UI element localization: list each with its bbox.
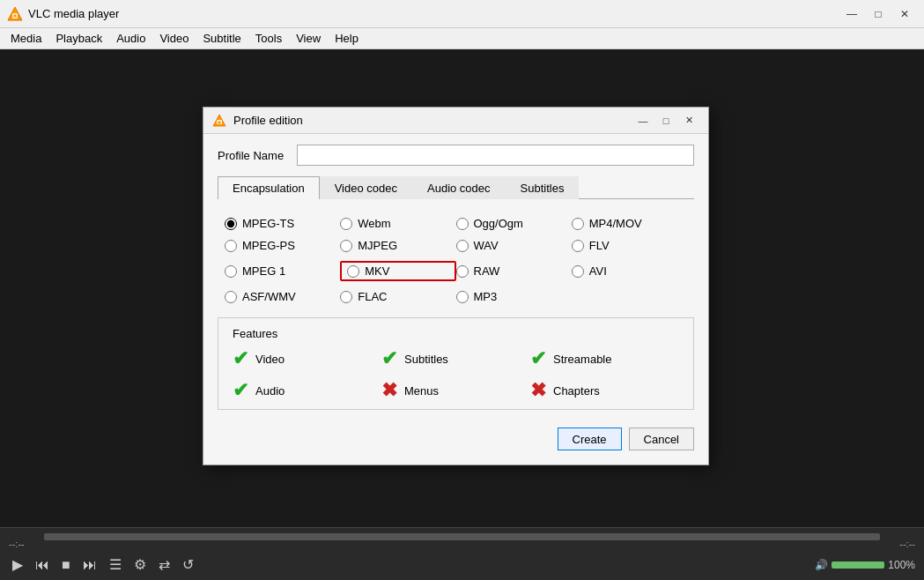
cross-icon-chapters: ✖ (530, 381, 546, 400)
radio-mpeg1[interactable]: MPEG 1 (225, 261, 340, 281)
tab-encapsulation[interactable]: Encapsulation (218, 176, 320, 199)
menu-view[interactable]: View (289, 30, 328, 47)
volume-control: 🔊 100% (815, 559, 915, 571)
toggle-playlist-button[interactable]: ☰ (106, 554, 125, 575)
feature-subtitles-label: Subtitles (404, 353, 448, 366)
radio-wav-input[interactable] (456, 240, 469, 252)
maximize-button[interactable]: □ (866, 4, 891, 24)
dialog-minimize-button[interactable]: — (632, 112, 654, 130)
volume-fill (832, 561, 884, 569)
profile-edition-dialog: Profile edition — □ ✕ Profile Name Encap… (203, 107, 709, 465)
radio-avi-label: AVI (589, 264, 607, 278)
repeat-button[interactable]: ↺ (179, 554, 197, 575)
play-button[interactable]: ▶ (9, 554, 26, 575)
profile-name-input[interactable] (297, 145, 694, 166)
radio-mp3[interactable]: MP3 (456, 290, 572, 303)
volume-bar[interactable] (832, 561, 884, 569)
shuffle-button[interactable]: ⇄ (155, 554, 174, 575)
svg-rect-2 (14, 14, 17, 17)
radio-asfwmv[interactable]: ASF/WMV (225, 290, 340, 303)
cancel-button[interactable]: Cancel (629, 428, 694, 450)
radio-raw-label: RAW (474, 264, 500, 278)
create-button[interactable]: Create (558, 428, 622, 450)
minimize-button[interactable]: — (839, 4, 864, 24)
radio-flac-input[interactable] (340, 291, 352, 303)
feature-audio-label: Audio (255, 384, 285, 398)
radio-flv[interactable]: FLV (572, 239, 687, 252)
vlc-titlebar: VLC media player — □ ✕ (0, 0, 924, 28)
menu-media[interactable]: Media (4, 30, 48, 47)
radio-mkv-input[interactable] (347, 265, 359, 278)
menu-subtitle[interactable]: Subtitle (196, 30, 248, 47)
vlc-main-area: Profile edition — □ ✕ Profile Name Encap… (0, 49, 924, 527)
radio-mpegps[interactable]: MPEG-PS (225, 239, 340, 252)
check-icon-subtitles: ✔ (381, 349, 397, 368)
tab-video-codec[interactable]: Video codec (320, 176, 412, 199)
radio-mjpeg[interactable]: MJPEG (340, 239, 455, 252)
action-row: Create Cancel (218, 424, 694, 454)
radio-ogg-label: Ogg/Ogm (474, 217, 523, 230)
radio-mp3-input[interactable] (456, 291, 469, 303)
radio-mpegts-label: MPEG-TS (242, 217, 294, 230)
radio-mkv-label: MKV (365, 264, 389, 278)
svg-rect-5 (218, 121, 221, 123)
feature-chapters-label: Chapters (553, 384, 600, 398)
volume-icon: 🔊 (815, 559, 828, 571)
radio-asfwmv-label: ASF/WMV (242, 290, 296, 303)
radio-mpegts[interactable]: MPEG-TS (225, 217, 340, 230)
radio-raw-input[interactable] (456, 265, 469, 278)
radio-mp4mov[interactable]: MP4/MOV (572, 217, 687, 230)
dialog-close-button[interactable]: ✕ (678, 112, 699, 130)
radio-avi[interactable]: AVI (572, 261, 687, 281)
menu-audio[interactable]: Audio (109, 30, 152, 47)
radio-wav-label: WAV (474, 239, 499, 252)
tabs-row: Encapsulation Video codec Audio codec Su… (218, 176, 694, 199)
features-grid: ✔ Video ✔ Subtitles ✔ Streamable ✔ Audio (233, 349, 679, 400)
features-section: Features ✔ Video ✔ Subtitles ✔ Streamabl… (218, 317, 694, 410)
radio-mjpeg-input[interactable] (340, 240, 352, 252)
radio-avi-input[interactable] (572, 265, 584, 278)
controls-row: ▶ ⏮ ■ ⏭ ☰ ⚙ ⇄ ↺ 🔊 100% (0, 551, 924, 578)
vlc-bottom-bar: --:-- --:-- ▶ ⏮ ■ ⏭ ☰ ⚙ ⇄ ↺ 🔊 100% (0, 527, 924, 580)
close-button[interactable]: ✕ (892, 4, 917, 24)
feature-video-label: Video (255, 353, 285, 366)
radio-asfwmv-input[interactable] (225, 291, 237, 303)
radio-mpegps-label: MPEG-PS (242, 239, 295, 252)
titlebar-buttons: — □ ✕ (839, 4, 917, 24)
radio-raw[interactable]: RAW (456, 261, 572, 281)
extended-settings-button[interactable]: ⚙ (130, 554, 150, 575)
next-button[interactable]: ⏭ (79, 555, 100, 575)
radio-wav[interactable]: WAV (456, 239, 572, 252)
radio-webm-label: Webm (358, 217, 390, 230)
radio-webm[interactable]: Webm (340, 217, 455, 230)
radio-mpegps-input[interactable] (225, 240, 237, 252)
app-title: VLC media player (28, 7, 839, 20)
tab-subtitles[interactable]: Subtitles (506, 176, 580, 199)
radio-ogg[interactable]: Ogg/Ogm (456, 217, 572, 230)
radio-ogg-input[interactable] (456, 218, 469, 230)
radio-flac[interactable]: FLAC (340, 290, 455, 303)
dialog-vlc-icon (212, 114, 226, 128)
tab-audio-codec[interactable]: Audio codec (412, 176, 506, 199)
radio-webm-input[interactable] (340, 218, 352, 230)
prev-button[interactable]: ⏮ (32, 555, 53, 575)
dialog-maximize-button[interactable]: □ (655, 112, 676, 130)
radio-mpegts-input[interactable] (225, 218, 237, 230)
check-icon-streamable: ✔ (530, 349, 546, 368)
dialog-body: Profile Name Encapsulation Video codec A… (203, 134, 708, 465)
stop-button[interactable]: ■ (58, 555, 74, 575)
feature-subtitles: ✔ Subtitles (381, 349, 530, 368)
volume-label: 100% (888, 559, 915, 571)
seekbar[interactable] (44, 533, 880, 540)
radio-mkv[interactable]: MKV (340, 261, 455, 281)
menu-help[interactable]: Help (328, 30, 366, 47)
menu-tools[interactable]: Tools (248, 30, 289, 47)
menubar: Media Playback Audio Video Subtitle Tool… (0, 28, 924, 49)
radio-mpeg1-input[interactable] (225, 265, 237, 278)
menu-video[interactable]: Video (152, 30, 196, 47)
radio-mp4mov-input[interactable] (572, 218, 584, 230)
menu-playback[interactable]: Playback (48, 30, 109, 47)
radio-flv-input[interactable] (572, 240, 584, 252)
feature-menus: ✖ Menus (381, 381, 530, 400)
dialog-titlebar-buttons: — □ ✕ (632, 112, 699, 130)
